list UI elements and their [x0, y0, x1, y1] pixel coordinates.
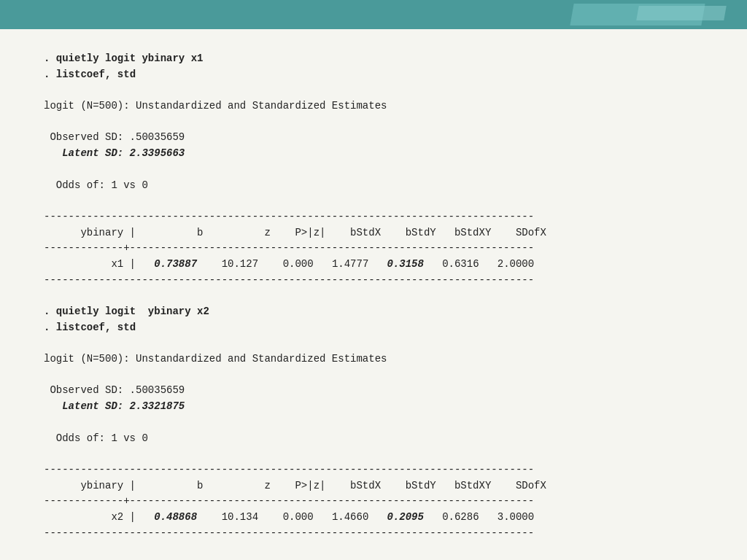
desc2: logit (N=500): Unstandardized and Standa… [44, 353, 387, 365]
hr1-bot: ----------------------------------------… [44, 274, 534, 286]
top-bar [0, 0, 747, 29]
cmd2-line2: listcoef, std [44, 322, 136, 333]
cmd2-line1: quietly logit ybinary x2 [44, 306, 209, 317]
odds-1: Odds of: 1 vs 0 [44, 179, 148, 191]
observed-sd-1: Observed SD: .50035659 [44, 131, 185, 143]
hr2-mid: -------------+--------------------------… [44, 495, 534, 507]
latent-sd-1: Latent SD: 2.3395663 [44, 147, 185, 159]
table2-header: ybinary | b z P>|z| bStdX bStdY bStdXY S… [44, 480, 546, 491]
table1-header: ybinary | b z P>|z| bStdX bStdY bStdXY S… [44, 227, 546, 238]
cmd1-line2: listcoef, std [44, 69, 136, 80]
hr1-mid: -------------+--------------------------… [44, 242, 534, 254]
stata-output: quietly logit ybinary x1 listcoef, std l… [44, 51, 703, 541]
main-content: quietly logit ybinary x1 listcoef, std l… [0, 29, 747, 560]
hr2-bot: ----------------------------------------… [44, 527, 534, 539]
cmd1-line1: quietly logit ybinary x1 [44, 52, 203, 64]
top-bar-accent2 [636, 6, 727, 20]
table1-row1: x1 | 0.73887 10.127 0.000 1.4777 0.3158 … [44, 258, 534, 270]
latent-sd-2: Latent SD: 2.3321875 [44, 400, 185, 412]
hr1-top: ----------------------------------------… [44, 211, 534, 222]
odds-2: Odds of: 1 vs 0 [44, 432, 148, 444]
observed-sd-2: Observed SD: .50035659 [44, 384, 185, 396]
desc1: logit (N=500): Unstandardized and Standa… [44, 100, 387, 112]
hr2-top: ----------------------------------------… [44, 464, 534, 475]
table2-row1: x2 | 0.48868 10.134 0.000 1.4660 0.2095 … [44, 511, 534, 523]
